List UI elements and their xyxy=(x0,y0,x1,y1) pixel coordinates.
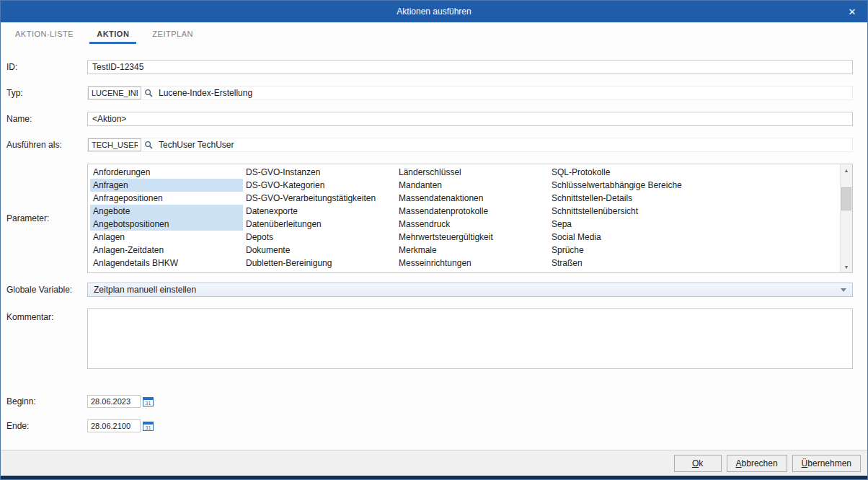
ausfuehren-als-lookup-button[interactable] xyxy=(141,138,156,151)
ausfuehren-als-lookup-field: TechUser TechUser xyxy=(87,138,853,152)
parameter-item[interactable]: Schnittstellenübersicht xyxy=(549,205,701,218)
parameter-item[interactable]: DS-GVO-Instanzen xyxy=(243,166,396,179)
ausfuehren-als-row: Ausführen als: TechUser TechUser xyxy=(6,138,853,152)
kommentar-row: Kommentar: xyxy=(6,308,853,369)
title-bar: Aktionen ausführen ✕ xyxy=(1,1,867,22)
parameter-item[interactable]: Messeinrichtungen xyxy=(396,257,549,270)
parameter-item[interactable]: Merkmale xyxy=(396,244,549,257)
chevron-down-icon xyxy=(841,288,846,292)
close-icon: ✕ xyxy=(849,7,856,17)
beginn-label: Beginn: xyxy=(6,396,87,406)
parameter-item[interactable]: Anfragepositionen xyxy=(90,192,243,205)
parameter-item[interactable]: Mieteinheiten xyxy=(396,270,549,272)
footer-bar: Ok Abbrechen Übernehmen xyxy=(1,450,867,476)
typ-code-input[interactable] xyxy=(88,86,141,99)
parameter-item[interactable]: Angebotspositionen xyxy=(90,218,243,231)
tab-aktion[interactable]: AKTION xyxy=(89,25,136,44)
parameter-item[interactable]: Mehrwertsteuergültigkeit xyxy=(396,231,549,244)
scroll-down-icon[interactable]: ▼ xyxy=(841,261,852,272)
beginn-date-input[interactable] xyxy=(87,395,141,408)
globale-variable-value: Zeitplan manuell einstellen xyxy=(94,285,196,295)
parameter-item[interactable]: Massendatenprotokolle xyxy=(396,205,549,218)
parameter-item[interactable]: Depots xyxy=(243,231,396,244)
abbrechen-button[interactable]: Abbrechen xyxy=(727,455,787,472)
id-input[interactable] xyxy=(87,60,853,74)
name-input[interactable] xyxy=(87,112,853,126)
parameter-item[interactable]: Massendruck xyxy=(396,218,549,231)
beginn-calendar-button[interactable]: 31 xyxy=(143,396,154,406)
parameter-item[interactable]: Dokumente xyxy=(243,244,396,257)
ende-row: Ende: 31 xyxy=(6,419,853,432)
globale-variable-label: Globale Variable: xyxy=(6,285,87,295)
id-label: ID: xyxy=(6,62,87,72)
scrollbar-track[interactable] xyxy=(841,176,852,261)
ende-label: Ende: xyxy=(6,421,87,431)
tab-bar: AKTION-LISTE AKTION ZEITPLAN xyxy=(1,22,867,44)
search-icon xyxy=(144,141,154,150)
form-area: ID: Typ: Lucene-Index-Erstellung Name: xyxy=(1,44,867,450)
parameter-item[interactable]: Anfragen xyxy=(90,179,243,192)
parameter-item[interactable]: Mandanten xyxy=(396,179,549,192)
parameter-item[interactable]: Angebote xyxy=(90,205,243,218)
ausfuehren-als-display-text: TechUser TechUser xyxy=(159,140,234,150)
calendar-icon: 31 xyxy=(143,421,154,431)
parameter-item[interactable]: Datenüberleitungen xyxy=(243,218,396,231)
typ-label: Typ: xyxy=(6,88,87,98)
scroll-up-icon[interactable]: ▲ xyxy=(841,164,852,176)
scrollbar-thumb[interactable] xyxy=(841,187,851,210)
globale-variable-row: Globale Variable: Zeitplan manuell einst… xyxy=(6,283,853,297)
parameter-item[interactable]: Datenexporte xyxy=(243,205,396,218)
parameter-item[interactable]: Sepa xyxy=(549,218,701,231)
close-button[interactable]: ✕ xyxy=(841,1,863,22)
parameter-scrollbar[interactable]: ▲ ▼ xyxy=(840,164,852,272)
ausfuehren-als-label: Ausführen als: xyxy=(6,140,87,150)
ende-date-input[interactable] xyxy=(87,419,141,432)
typ-display-text: Lucene-Index-Erstellung xyxy=(159,88,252,98)
parameter-column: DS-GVO-InstanzenDS-GVO-KategorienDS-GVO-… xyxy=(243,166,396,272)
uebernehmen-button-label: bernehmen xyxy=(807,458,851,468)
parameter-item[interactable]: Social Media xyxy=(549,231,701,244)
parameter-item[interactable]: Anforderungen xyxy=(90,166,243,179)
parameter-label: Parameter: xyxy=(6,213,87,223)
ende-calendar-button[interactable]: 31 xyxy=(143,421,154,431)
parameter-item[interactable]: DS-GVO-Kategorien xyxy=(243,179,396,192)
parameter-item[interactable]: Anlagendetails PV-Anlage xyxy=(90,270,243,272)
parameter-item[interactable]: Anlagen-Zeitdaten xyxy=(90,244,243,257)
typ-lookup-button[interactable] xyxy=(141,86,156,99)
parameter-item[interactable]: Straßen xyxy=(549,257,701,270)
parameter-list: AnforderungenAnfragenAnfragepositionenAn… xyxy=(87,164,853,273)
parameter-item[interactable]: Streitfälle xyxy=(549,270,701,272)
parameter-item[interactable]: Massendatenaktionen xyxy=(396,192,549,205)
parameter-item[interactable]: Sprüche xyxy=(549,244,701,257)
window-title: Aktionen ausführen xyxy=(397,6,471,17)
ok-button[interactable]: Ok xyxy=(674,455,722,472)
parameter-column: AnforderungenAnfragenAnfragepositionenAn… xyxy=(90,166,243,272)
parameter-item[interactable]: Dubletten-Bereinigung xyxy=(243,257,396,270)
ausfuehren-als-code-input[interactable] xyxy=(88,138,141,151)
kommentar-label: Kommentar: xyxy=(6,308,87,322)
kommentar-textarea[interactable] xyxy=(87,308,853,369)
search-icon xyxy=(144,89,154,98)
parameter-item[interactable]: Länderschlüssel xyxy=(396,166,549,179)
tab-aktion-liste[interactable]: AKTION-LISTE xyxy=(8,25,81,44)
globale-variable-dropdown[interactable]: Zeitplan manuell einstellen xyxy=(87,283,853,297)
parameter-item[interactable]: DS-GVO-Verarbeitungstätigkeiten xyxy=(243,192,396,205)
tab-zeitplan[interactable]: ZEITPLAN xyxy=(145,25,200,44)
uebernehmen-button[interactable]: Übernehmen xyxy=(792,455,861,472)
calendar-icon: 31 xyxy=(143,396,154,406)
parameter-item[interactable]: SQL-Protokolle xyxy=(549,166,701,179)
typ-row: Typ: Lucene-Index-Erstellung xyxy=(6,86,853,100)
abbrechen-button-accesskey: A xyxy=(736,458,742,468)
parameter-item[interactable]: Anlagen xyxy=(90,231,243,244)
parameter-item[interactable]: Schnittstellen-Details xyxy=(549,192,701,205)
name-row: Name: xyxy=(6,112,853,126)
ok-button-accesskey: O xyxy=(692,458,699,468)
parameter-item[interactable]: Schlüsselwertabhängige Bereiche xyxy=(549,179,701,192)
parameter-item[interactable]: Dubletten-Konfiguration xyxy=(243,270,396,272)
parameter-row: Parameter: AnforderungenAnfragenAnfragep… xyxy=(6,164,853,273)
name-label: Name: xyxy=(6,114,87,124)
parameter-item[interactable]: Anlagendetails BHKW xyxy=(90,257,243,270)
svg-text:31: 31 xyxy=(146,425,151,430)
dialog-aktionen-ausfuehren: Aktionen ausführen ✕ AKTION-LISTE AKTION… xyxy=(0,0,868,480)
parameter-column: LänderschlüsselMandantenMassendatenaktio… xyxy=(396,166,549,272)
